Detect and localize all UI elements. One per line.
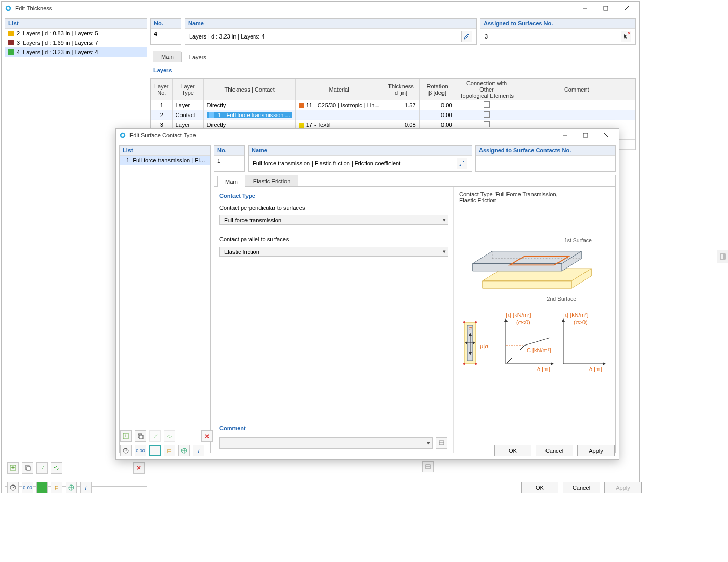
name-field: Name [248,145,472,172]
tab-main[interactable]: Main [217,176,245,187]
col-thickness-contact: Thickness | Contact [203,79,295,100]
new-icon[interactable]: + [7,462,19,474]
checkbox[interactable] [484,111,490,118]
svg-text:δ [m]: δ [m] [537,366,550,372]
check-all-icon[interactable] [164,430,175,442]
contact-type-section: Contact Type [219,191,448,200]
ok-button[interactable]: OK [494,445,531,456]
apply-button[interactable]: Apply [577,445,615,456]
contact-list-panel: List 1 Full force transmission | Elastic [119,145,211,453]
name-input[interactable] [188,33,459,40]
cancel-button[interactable]: Cancel [536,445,573,456]
item-label: Full force transmission | Elastic [133,156,207,164]
para-dropdown[interactable]: Elastic friction ▾ [219,247,448,257]
edit-name-button[interactable] [461,31,472,42]
tab-elastic-friction[interactable]: Elastic Friction [245,175,298,186]
perp-dropdown[interactable]: Full force transmission ▾ [219,215,448,225]
svg-point-10 [10,485,16,490]
delete-icon[interactable]: × [201,430,213,442]
globe-icon[interactable] [178,445,190,456]
units-icon[interactable]: 0.00 [135,445,146,456]
help-icon[interactable]: ? [7,482,19,493]
svg-rect-8 [25,466,29,469]
close-button[interactable] [616,2,637,15]
check-icon[interactable] [149,430,161,442]
window-title: Edit Surface Contact Type [129,132,554,138]
svg-text:?: ? [124,448,127,453]
contact-chip[interactable]: 1 - Full force transmission ... [207,112,292,118]
friction-graphs: σ μ|σ| |τ| [kN/m²] [459,312,610,379]
minimize-button[interactable] [575,2,595,15]
table-row[interactable]: 2 Contact 1 - Full force transmission ..… [151,110,635,120]
maximize-button[interactable] [595,2,616,15]
maximize-button[interactable] [575,129,596,142]
window-title: Edit Thickness [15,5,575,11]
svg-point-48 [463,363,465,365]
pick-surfaces-button[interactable]: × [621,31,631,42]
tree-icon[interactable] [164,445,175,456]
delete-icon[interactable]: × [133,462,145,474]
material-swatch [299,103,304,108]
cancel-button[interactable]: Cancel [563,482,600,493]
color-icon[interactable] [149,445,161,456]
check-icon[interactable] [36,462,48,474]
svg-text:δ [m]: δ [m] [589,366,602,372]
tab-layers[interactable]: Layers [181,52,214,62]
no-value[interactable]: 1 [214,156,244,166]
list-item[interactable]: 4 Layers | d : 3.23 in | Layers: 4 [5,47,147,57]
no-field: No. 4 [150,18,181,45]
new-icon[interactable]: + [120,430,132,442]
titlebar: Edit Thickness [2,2,639,15]
units-icon[interactable]: 0.00 [22,482,33,493]
item-label: Layers | d : 0.83 in | Layers: 5 [23,29,98,37]
checkbox[interactable] [484,101,490,108]
svg-point-21 [121,134,124,136]
list-item[interactable]: 2 Layers | d : 0.83 in | Layers: 5 [5,29,147,38]
library-icon[interactable] [422,461,434,472]
edit-name-button[interactable] [457,158,467,169]
name-input[interactable] [252,160,454,167]
ok-button[interactable]: OK [521,482,558,493]
app-icon [119,132,126,139]
color-swatch [8,40,14,45]
copy-icon[interactable] [22,462,33,474]
name-header: Name [249,146,472,156]
dock-panel-button[interactable] [717,250,728,263]
color-icon[interactable] [36,482,48,493]
tree-icon[interactable] [51,482,62,493]
function-icon[interactable]: f [80,482,92,493]
chevron-down-icon: ▾ [443,216,446,223]
function-icon[interactable]: f [193,445,204,456]
para-label: Contact parallel to surfaces [219,236,448,242]
checkbox[interactable] [484,121,490,127]
assigned-input[interactable] [484,33,619,40]
apply-button[interactable]: Apply [604,482,642,493]
svg-rect-69 [138,434,142,438]
outer-mid-icon [422,461,435,472]
table-row[interactable]: 1 Layer Directly 11 - C25/30 | Isotropic… [151,100,635,110]
svg-marker-61 [603,362,606,365]
svg-point-15 [69,485,74,490]
list-header: List [5,19,147,29]
globe-icon[interactable] [66,482,77,493]
no-field: No. 1 [214,145,245,172]
assigned-input[interactable] [479,158,612,165]
comment-combo[interactable]: ▾ [219,437,433,449]
comment-library-button[interactable] [436,437,447,449]
outer-dialog-buttons: OK Cancel Apply [521,482,642,493]
list-item[interactable]: 1 Full force transmission | Elastic [120,156,210,165]
svg-point-1 [7,7,9,9]
copy-icon[interactable] [135,430,146,442]
close-button[interactable] [596,129,617,142]
col-comment: Comment [518,79,635,100]
minimize-button[interactable] [554,129,575,142]
assigned-field: Assigned to Surfaces No. × [480,18,636,45]
list-item[interactable]: 3 Layers | d : 1.69 in | Layers: 7 [5,38,147,47]
help-icon[interactable]: ? [120,445,132,456]
tab-main[interactable]: Main [153,51,181,62]
no-value[interactable]: 4 [151,29,181,39]
check-all-icon[interactable] [51,462,62,474]
svg-marker-54 [504,318,508,322]
tabstrip: Main Elastic Friction [214,175,615,187]
outer-list-toolbar: + [7,462,63,474]
